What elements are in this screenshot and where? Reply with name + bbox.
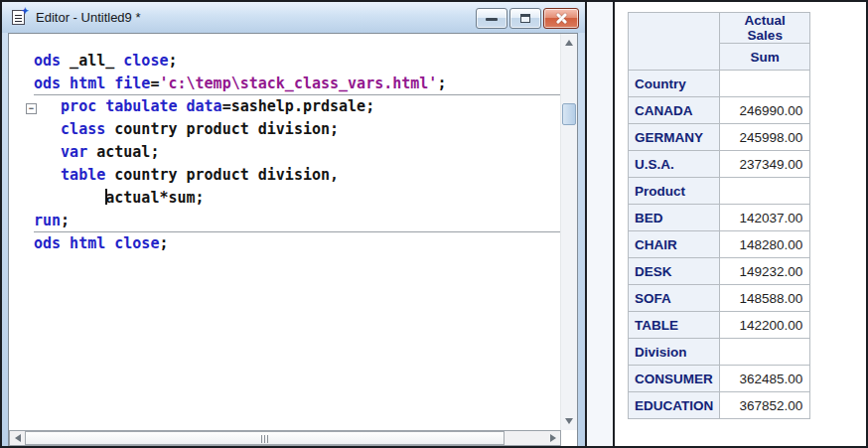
results-table-body: CountryCANADA246990.00GERMANY245998.00U.… bbox=[629, 71, 810, 419]
row-header-cell: EDUCATION bbox=[629, 392, 720, 419]
editor-program-icon: ✦ bbox=[11, 9, 28, 26]
code-editor[interactable]: ods _all_ close;ods html file='c:\temp\s… bbox=[9, 34, 560, 430]
table-row: SOFA148588.00 bbox=[629, 285, 810, 312]
code-token: table bbox=[61, 166, 105, 184]
value-cell: 246990.00 bbox=[720, 97, 810, 124]
row-header-cell: Country bbox=[629, 71, 720, 97]
table-row: CONSUMER362485.00 bbox=[629, 366, 810, 392]
code-fold-toggle[interactable]: − bbox=[26, 103, 37, 114]
restore-icon bbox=[520, 14, 530, 23]
row-header-cell: U.S.A. bbox=[629, 151, 720, 178]
code-token: ; bbox=[437, 75, 446, 92]
value-cell: 149232.00 bbox=[720, 258, 810, 285]
code-token bbox=[34, 166, 61, 184]
value-cell: 237349.00 bbox=[720, 151, 810, 178]
table-row: CHAIR148280.00 bbox=[629, 231, 810, 258]
code-line: actual*sum; bbox=[34, 187, 560, 210]
code-token bbox=[178, 97, 187, 115]
code-token: ods bbox=[34, 52, 61, 70]
table-header-row: Actual Sales bbox=[629, 13, 810, 44]
window-title: Editor - Untitled9 * bbox=[36, 10, 141, 25]
table-row: EDUCATION367852.00 bbox=[629, 392, 810, 419]
table-row: U.S.A.237349.00 bbox=[629, 151, 810, 178]
horizontal-scrollbar[interactable] bbox=[9, 430, 561, 446]
scroll-left-arrow[interactable] bbox=[10, 431, 25, 445]
code-token: class bbox=[61, 120, 105, 138]
close-button[interactable] bbox=[543, 8, 579, 29]
code-token bbox=[34, 97, 61, 115]
table-row: CANADA246990.00 bbox=[629, 97, 810, 124]
title-bar[interactable]: ✦ Editor - Untitled9 * bbox=[2, 2, 585, 33]
row-header-cell: CANADA bbox=[629, 97, 720, 124]
code-token: close bbox=[123, 52, 168, 70]
row-header-cell: CHAIR bbox=[629, 231, 720, 258]
code-token: data bbox=[187, 97, 222, 115]
restore-button[interactable] bbox=[509, 8, 541, 29]
row-header-cell: TABLE bbox=[629, 312, 720, 339]
column-header-cell: Actual Sales bbox=[720, 13, 810, 44]
code-token: proc tabulate bbox=[61, 97, 177, 115]
code-token bbox=[34, 143, 61, 161]
row-header-cell: DESK bbox=[629, 258, 720, 285]
scroll-grip-icon bbox=[261, 435, 270, 443]
table-row: Product bbox=[629, 178, 810, 205]
value-cell: 142200.00 bbox=[720, 312, 810, 339]
statistic-header-cell: Sum bbox=[720, 44, 810, 71]
window-controls bbox=[476, 8, 579, 29]
minimize-button[interactable] bbox=[476, 8, 507, 29]
screenshot-frame: ✦ Editor - Untitled9 * ods _all_ close;o… bbox=[0, 0, 868, 448]
editor-window: ✦ Editor - Untitled9 * ods _all_ close;o… bbox=[2, 2, 587, 446]
minimize-icon bbox=[486, 18, 498, 21]
code-token: ; bbox=[168, 52, 177, 70]
code-token: ; bbox=[159, 234, 168, 252]
code-token: _all_ bbox=[61, 52, 123, 70]
vertical-scroll-thumb[interactable] bbox=[562, 103, 576, 125]
row-header-cell: SOFA bbox=[629, 285, 720, 312]
code-line: table country product division, bbox=[34, 164, 560, 187]
table-row: TABLE142200.00 bbox=[629, 312, 810, 339]
editor-client-area: ods _all_ close;ods html file='c:\temp\s… bbox=[8, 33, 578, 446]
vertical-scrollbar[interactable] bbox=[560, 34, 577, 430]
scroll-up-arrow[interactable] bbox=[561, 35, 577, 51]
row-header-cell: Division bbox=[629, 339, 720, 366]
code-token: ods html close bbox=[34, 234, 159, 252]
scroll-down-arrow[interactable] bbox=[561, 413, 577, 429]
code-token: actual; bbox=[87, 143, 159, 161]
value-cell: 367852.00 bbox=[720, 392, 810, 419]
value-cell: 148280.00 bbox=[720, 231, 810, 258]
row-header-cell: BED bbox=[629, 205, 720, 231]
code-token: run bbox=[34, 212, 61, 229]
horizontal-scroll-thumb[interactable] bbox=[25, 431, 505, 445]
row-header-cell: CONSUMER bbox=[629, 366, 720, 392]
value-cell: 148588.00 bbox=[720, 285, 810, 312]
table-row: Country bbox=[629, 71, 810, 97]
code-line: ods _all_ close; bbox=[34, 50, 560, 73]
code-token: country product division, bbox=[105, 166, 339, 184]
code-token: ; bbox=[61, 212, 70, 229]
value-cell bbox=[720, 178, 810, 205]
value-cell: 362485.00 bbox=[720, 366, 810, 392]
table-row: BED142037.00 bbox=[629, 205, 810, 231]
code-token: 'c:\temp\stack_class_vars.html' bbox=[159, 75, 437, 92]
code-token: ods html file bbox=[34, 75, 150, 92]
value-cell bbox=[720, 71, 810, 97]
table-row: DESK149232.00 bbox=[629, 258, 810, 285]
code-line: ods html close; bbox=[34, 232, 560, 255]
code-token: country product division; bbox=[105, 120, 339, 138]
code-line: ods html file='c:\temp\stack_class_vars.… bbox=[34, 73, 560, 95]
table-row: Division bbox=[629, 339, 810, 366]
results-panel: Actual Sales Sum CountryCANADA246990.00G… bbox=[613, 2, 866, 446]
scroll-right-arrow[interactable] bbox=[545, 431, 560, 445]
code-line: class country product division; bbox=[34, 118, 560, 141]
row-header-cell: GERMANY bbox=[629, 124, 720, 151]
code-token bbox=[34, 120, 61, 138]
row-header-cell: Product bbox=[629, 178, 720, 205]
code-line: var actual; bbox=[34, 141, 560, 164]
results-table: Actual Sales Sum CountryCANADA246990.00G… bbox=[628, 12, 810, 419]
code-token: =sashelp.prdsale; bbox=[222, 97, 375, 115]
code-token: var bbox=[61, 143, 87, 161]
code-token bbox=[34, 189, 105, 207]
table-row: GERMANY245998.00 bbox=[629, 124, 810, 151]
code-line: proc tabulate data=sashelp.prdsale; bbox=[34, 95, 560, 118]
code-line: run; bbox=[34, 210, 560, 232]
